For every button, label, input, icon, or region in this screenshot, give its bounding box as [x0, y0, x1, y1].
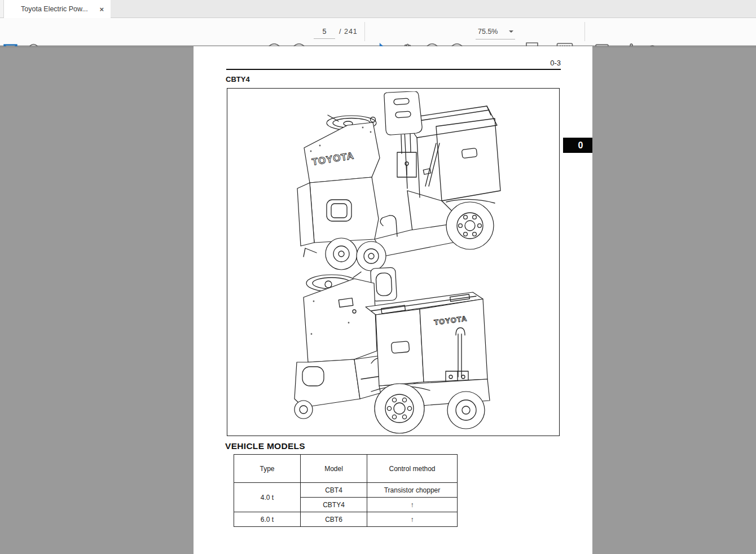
table-row: 6.0 t CBT6 ↑: [234, 512, 458, 527]
page-count-label: / 241: [339, 28, 358, 36]
zoom-level-dropdown[interactable]: 75.5%: [476, 24, 515, 39]
header-control-method: Control method: [367, 455, 458, 483]
table-header-row: Type Model Control method: [234, 455, 458, 483]
pdf-viewer-window: Toyota Electric Pow... ×: [0, 0, 756, 554]
chevron-down-icon: [508, 30, 514, 33]
document-tab[interactable]: Toyota Electric Pow... ×: [4, 0, 111, 18]
chapter-side-tab: 0: [563, 138, 592, 153]
cell-type: 6.0 t: [234, 512, 301, 527]
table-row: 4.0 t CBT4 Transistor chopper: [234, 483, 458, 498]
tow-tractor-rear-figure: TOYOTA: [287, 266, 508, 436]
toolbar-separator: [364, 22, 365, 41]
tow-tractor-front-figure: TOYOTA: [294, 91, 515, 273]
model-label: CBTY4: [226, 75, 250, 83]
cell-type: 4.0 t: [234, 483, 301, 512]
cell-model: CBT6: [301, 512, 367, 527]
cell-control: Transistor chopper: [367, 483, 458, 498]
tab-bar: Toyota Electric Pow... ×: [0, 0, 756, 18]
page-corner-number: 0-3: [226, 59, 561, 67]
main-toolbar: / 241 75.5%: [0, 18, 756, 46]
cell-control: ↑: [367, 498, 458, 512]
document-canvas[interactable]: 0-3 CBTY4: [0, 46, 756, 554]
section-heading: VEHICLE MODELS: [225, 441, 305, 451]
header-rule: [226, 69, 561, 70]
cell-control: ↑: [367, 512, 458, 527]
header-model: Model: [301, 455, 367, 483]
vehicle-models-table: Type Model Control method 4.0 t CBT4 Tra…: [234, 454, 458, 527]
tab-title: Toyota Electric Pow...: [21, 5, 95, 13]
figure-box: TOYOTA: [227, 88, 560, 436]
header-type: Type: [234, 455, 301, 483]
adjacent-tab-edge[interactable]: [0, 0, 4, 17]
cell-model: CBT4: [301, 483, 367, 498]
toolbar-separator: [584, 22, 585, 41]
tab-close-icon[interactable]: ×: [99, 6, 104, 13]
cell-model: CBTY4: [301, 498, 367, 512]
page-number-input[interactable]: [314, 25, 335, 39]
pdf-page: 0-3 CBTY4: [194, 46, 592, 554]
zoom-level-value: 75.5%: [478, 28, 498, 36]
